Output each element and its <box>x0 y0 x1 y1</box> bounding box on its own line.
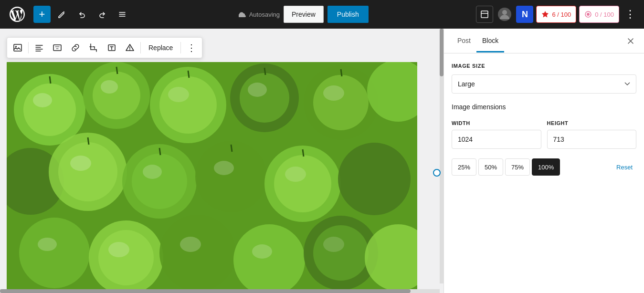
horizontal-scrollbar[interactable] <box>0 289 440 293</box>
align-left-button[interactable] <box>31 39 48 56</box>
toolbar-divider-2 <box>140 42 141 53</box>
svg-line-38 <box>50 76 51 84</box>
pct-75-button[interactable]: 75% <box>505 158 530 176</box>
sidebar: Post Block IMAGE SIZE Large Medium Small… <box>443 29 644 293</box>
warning-button[interactable] <box>121 39 138 56</box>
svg-line-44 <box>159 148 160 155</box>
height-label: HEIGHT <box>547 120 637 126</box>
svg-point-28 <box>274 155 331 212</box>
svg-point-48 <box>101 80 118 94</box>
main-toolbar: + Autosaving Preview Publish <box>0 0 644 29</box>
edit-icon <box>58 10 66 19</box>
sidebar-tabs: Post Block <box>444 29 644 53</box>
apple-image <box>7 62 417 293</box>
autosave-status: Autosaving <box>239 10 280 18</box>
reset-button[interactable]: Reset <box>612 162 636 173</box>
svg-line-39 <box>116 67 117 74</box>
undo-button[interactable] <box>74 6 91 23</box>
size-select-wrapper: Large Medium Small Thumbnail Full Size <box>452 74 636 94</box>
svg-point-53 <box>143 165 162 179</box>
sidebar-close-button[interactable] <box>623 33 638 49</box>
link-icon <box>71 43 80 52</box>
text-icon <box>107 43 116 52</box>
readability-score-button[interactable]: 0 / 100 <box>579 6 619 23</box>
wp-logo[interactable] <box>6 0 29 29</box>
replace-button[interactable]: Replace <box>143 42 179 53</box>
seo-score-button[interactable]: 6 / 100 <box>536 6 576 23</box>
align-center-icon <box>53 43 62 52</box>
svg-point-56 <box>38 238 57 251</box>
avatar-button[interactable] <box>496 6 513 23</box>
image-container[interactable] <box>7 62 437 283</box>
svg-line-45 <box>231 145 232 152</box>
svg-point-15 <box>159 76 217 134</box>
readability-icon <box>584 10 592 18</box>
image-icon <box>13 43 22 52</box>
seo-score-label: 6 / 100 <box>552 11 571 18</box>
cloud-icon <box>239 10 246 18</box>
toolbar-divider-3 <box>180 42 181 53</box>
image-icon-button[interactable] <box>9 39 26 56</box>
svg-line-42 <box>341 69 342 76</box>
svg-point-2 <box>502 10 507 15</box>
tab-post[interactable]: Post <box>452 30 476 52</box>
svg-point-59 <box>252 244 272 259</box>
svg-point-6 <box>15 46 17 47</box>
publish-button[interactable]: Publish <box>327 6 369 23</box>
svg-point-51 <box>323 85 344 101</box>
width-label: WIDTH <box>452 120 541 126</box>
pct-25-button[interactable]: 25% <box>452 158 476 176</box>
list-view-icon <box>118 10 127 19</box>
horizontal-scrollbar-thumb[interactable] <box>0 289 411 293</box>
image-dimensions-heading: Image dimensions <box>452 103 636 111</box>
align-center-button[interactable] <box>49 39 66 56</box>
svg-point-52 <box>70 156 91 171</box>
pct-50-button[interactable]: 50% <box>478 158 503 176</box>
svg-point-23 <box>58 142 117 201</box>
text-button[interactable] <box>103 39 120 56</box>
link-button[interactable] <box>67 39 84 56</box>
svg-line-40 <box>188 71 189 78</box>
preview-button[interactable]: Preview <box>284 6 324 23</box>
svg-point-19 <box>313 75 369 130</box>
svg-point-34 <box>233 224 305 293</box>
add-button[interactable]: + <box>33 6 51 23</box>
percent-row: 25% 50% 75% 100% Reset <box>452 158 636 176</box>
svg-point-47 <box>33 93 52 107</box>
more-options-button[interactable]: ⋮ <box>622 8 638 21</box>
view-toggle-button[interactable] <box>476 6 493 23</box>
redo-button[interactable] <box>94 6 111 23</box>
svg-point-57 <box>108 242 129 257</box>
svg-point-17 <box>240 73 289 123</box>
crop-button[interactable] <box>85 39 102 56</box>
autosave-label: Autosaving <box>249 11 280 18</box>
tab-block[interactable]: Block <box>476 30 504 52</box>
pct-100-button[interactable]: 100% <box>532 158 560 176</box>
seo-icon <box>541 10 549 18</box>
svg-line-43 <box>88 137 89 145</box>
edit-button[interactable] <box>53 6 71 23</box>
svg-point-54 <box>214 161 234 175</box>
apple-svg <box>7 62 417 293</box>
vertical-scrollbar-thumb[interactable] <box>440 29 443 76</box>
image-toolbar: Replace ⋮ <box>7 37 202 58</box>
image-more-button[interactable]: ⋮ <box>183 39 200 56</box>
image-size-select[interactable]: Large Medium Small Thumbnail Full Size <box>452 74 636 94</box>
width-group: WIDTH <box>452 120 541 149</box>
svg-line-41 <box>264 68 265 75</box>
resize-handle[interactable] <box>433 169 441 177</box>
warning-icon <box>125 43 135 52</box>
toolbar-center: Autosaving Preview Publish <box>134 6 473 23</box>
width-input[interactable] <box>452 130 541 149</box>
list-view-button[interactable] <box>114 6 131 23</box>
vertical-scrollbar[interactable] <box>440 29 443 283</box>
n-plugin-button[interactable]: N <box>516 6 533 23</box>
height-input[interactable] <box>547 130 637 149</box>
svg-rect-7 <box>53 45 61 51</box>
svg-point-25 <box>132 154 187 209</box>
crop-icon <box>89 43 98 52</box>
svg-point-32 <box>98 230 154 285</box>
svg-point-49 <box>168 87 189 102</box>
main-content: Replace ⋮ <box>0 29 644 293</box>
svg-point-50 <box>248 83 267 97</box>
